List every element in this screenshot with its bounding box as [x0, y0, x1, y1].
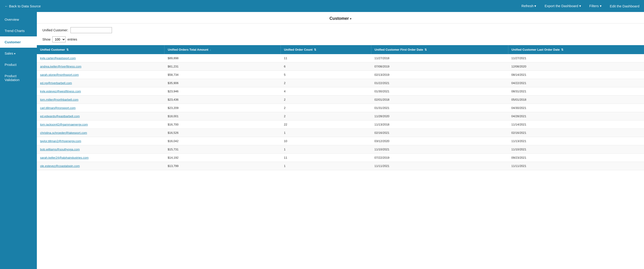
- cell-count-7: 2: [280, 112, 371, 120]
- table-row: sarah.stone@northsport.com $58,734 5 02/…: [37, 71, 644, 79]
- cell-count-11: 1: [280, 145, 371, 154]
- show-entries-label: Show: [42, 38, 50, 41]
- cell-count-1: 6: [280, 62, 371, 71]
- cell-total-11: $15,731: [164, 145, 281, 154]
- dashboard-header: Customer ▾: [37, 12, 644, 24]
- cell-first-order-7: 11/28/2020: [371, 112, 508, 120]
- filter-row: Unified Customer:: [37, 24, 644, 35]
- cell-customer-0[interactable]: kyle.carter@eastsport.com: [37, 54, 164, 62]
- cell-count-10: 10: [280, 137, 371, 145]
- sort-icon-unified-customer: ⇅: [66, 48, 69, 51]
- filters-button[interactable]: Filters ▾: [590, 4, 602, 8]
- col-unified-first-order[interactable]: Unified Customer First Order Date ⇅: [371, 45, 508, 54]
- entries-text: entries: [68, 38, 77, 41]
- content-area: Customer ▾ Unified Customer: Show 10 25 …: [37, 12, 644, 269]
- table-row: christina.schroeder@lakesport.com $16,52…: [37, 129, 644, 137]
- sidebar: Overview Trend Charts Customer Sales Pro…: [0, 12, 37, 269]
- table-row: ole.estevez@coastalspin.com $13,799 1 11…: [37, 162, 644, 170]
- col-unified-last-order[interactable]: Unified Customer Last Order Date ⇅: [508, 45, 644, 54]
- sidebar-item-sales[interactable]: Sales: [0, 48, 37, 59]
- edit-dashboard-button[interactable]: Edit the Dashboard: [610, 4, 640, 8]
- entries-per-page-select[interactable]: 10 25 50 100: [52, 36, 66, 42]
- cell-first-order-9: 02/16/2021: [371, 129, 508, 137]
- cell-first-order-5: 02/01/2018: [371, 96, 508, 104]
- cell-customer-11[interactable]: bob.williams@southyoga.com: [37, 145, 164, 154]
- refresh-button[interactable]: Refresh ▾: [522, 4, 536, 8]
- cell-last-order-6: 04/30/2021: [508, 104, 644, 112]
- cell-first-order-2: 02/13/2019: [371, 71, 508, 79]
- col-unified-order-count[interactable]: Unified Order Count ⇅: [280, 45, 371, 54]
- cell-total-2: $58,734: [164, 71, 281, 79]
- cell-first-order-8: 11/13/2018: [371, 120, 508, 129]
- cell-last-order-12: 09/23/2021: [508, 154, 644, 162]
- cell-count-5: 2: [280, 96, 371, 104]
- cell-count-4: 4: [280, 87, 371, 96]
- cell-customer-12[interactable]: sarah.keller24@alphaindustries.com: [37, 154, 164, 162]
- cell-last-order-5: 05/01/2018: [508, 96, 644, 104]
- col-unified-customer[interactable]: Unified Customer ⇅: [37, 45, 164, 54]
- cell-customer-13[interactable]: ole.estevez@coastalspin.com: [37, 162, 164, 170]
- cell-total-4: $23,946: [164, 87, 281, 96]
- entries-row: Show 10 25 50 100 entries: [37, 35, 644, 45]
- cell-customer-7[interactable]: ed.edwards@eastbarbell.com: [37, 112, 164, 120]
- cell-total-5: $23,436: [164, 96, 281, 104]
- cell-total-9: $16,526: [164, 129, 281, 137]
- cell-last-order-7: 04/28/2021: [508, 112, 644, 120]
- cell-first-order-12: 07/22/2019: [371, 154, 508, 162]
- cell-first-order-10: 03/12/2020: [371, 137, 508, 145]
- col-unified-orders-total[interactable]: Unified Orders Total Amount ↓: [164, 45, 281, 54]
- cell-count-6: 2: [280, 104, 371, 112]
- cell-total-7: $18,001: [164, 112, 281, 120]
- cell-customer-3[interactable]: ed.ng@riverbarbell.com: [37, 79, 164, 87]
- cell-customer-2[interactable]: sarah.stone@northsport.com: [37, 71, 164, 79]
- sort-icon-unified-orders-total: ↓: [210, 48, 211, 51]
- cell-last-order-0: 11/27/2021: [508, 54, 644, 62]
- sidebar-item-trend-charts[interactable]: Trend Charts: [0, 25, 37, 36]
- sidebar-item-overview[interactable]: Overview: [0, 14, 37, 25]
- cell-customer-8[interactable]: tom.jackson42@gammaenergy.com: [37, 120, 164, 129]
- cell-total-13: $13,799: [164, 162, 281, 170]
- sidebar-item-customer[interactable]: Customer: [0, 36, 37, 48]
- dashboard-title-dropdown-icon[interactable]: ▾: [350, 17, 352, 20]
- cell-customer-6[interactable]: carl.tillman@ironsport.com: [37, 104, 164, 112]
- cell-total-12: $14,192: [164, 154, 281, 162]
- sidebar-item-product[interactable]: Product: [0, 59, 37, 70]
- export-button[interactable]: Export the Dashboard ▾: [544, 4, 581, 8]
- cell-customer-4[interactable]: kyle.estevez@westfitness.com: [37, 87, 164, 96]
- customer-data-table: Unified Customer ⇅ Unified Orders Total …: [37, 45, 644, 170]
- cell-first-order-11: 11/10/2021: [371, 145, 508, 154]
- cell-last-order-11: 11/10/2021: [508, 145, 644, 154]
- unified-customer-filter-label: Unified Customer:: [42, 28, 68, 32]
- cell-last-order-9: 02/16/2021: [508, 129, 644, 137]
- table-row: tom.miller@northbarbell.com $23,436 2 02…: [37, 96, 644, 104]
- cell-last-order-8: 11/14/2021: [508, 120, 644, 129]
- sort-icon-unified-order-count: ⇅: [314, 48, 316, 51]
- sidebar-item-product-validation[interactable]: Product Validation: [0, 70, 37, 86]
- cell-count-12: 11: [280, 154, 371, 162]
- top-nav: ← Back to Data Source Refresh ▾ Export t…: [0, 0, 644, 12]
- cell-last-order-10: 11/13/2021: [508, 137, 644, 145]
- unified-customer-filter-input[interactable]: [70, 27, 112, 33]
- table-row: sarah.keller24@alphaindustries.com $14,1…: [37, 154, 644, 162]
- table-row: kyle.carter@eastsport.com $89,898 11 11/…: [37, 54, 644, 62]
- cell-last-order-3: 04/22/2021: [508, 79, 644, 87]
- table-row: kyle.estevez@westfitness.com $23,946 4 0…: [37, 87, 644, 96]
- cell-count-13: 1: [280, 162, 371, 170]
- cell-first-order-1: 07/08/2019: [371, 62, 508, 71]
- cell-customer-1[interactable]: andrea.keller@riverfitness.com: [37, 62, 164, 71]
- cell-total-1: $61,231: [164, 62, 281, 71]
- back-to-data-source-button[interactable]: ← Back to Data Source: [4, 4, 41, 8]
- cell-count-9: 1: [280, 129, 371, 137]
- cell-customer-9[interactable]: christina.schroeder@lakesport.com: [37, 129, 164, 137]
- sort-icon-unified-first-order: ⇅: [424, 48, 427, 51]
- cell-count-3: 2: [280, 79, 371, 87]
- cell-customer-10[interactable]: taylor.tillman2@rhoenergy.com: [37, 137, 164, 145]
- cell-total-0: $89,898: [164, 54, 281, 62]
- cell-first-order-13: 11/11/2021: [371, 162, 508, 170]
- nav-actions: Refresh ▾ Export the Dashboard ▾ Filters…: [522, 4, 640, 8]
- cell-customer-5[interactable]: tom.miller@northbarbell.com: [37, 96, 164, 104]
- cell-last-order-2: 08/14/2021: [508, 71, 644, 79]
- cell-total-8: $16,700: [164, 120, 281, 129]
- table-row: andrea.keller@riverfitness.com $61,231 6…: [37, 62, 644, 71]
- cell-first-order-0: 11/27/2018: [371, 54, 508, 62]
